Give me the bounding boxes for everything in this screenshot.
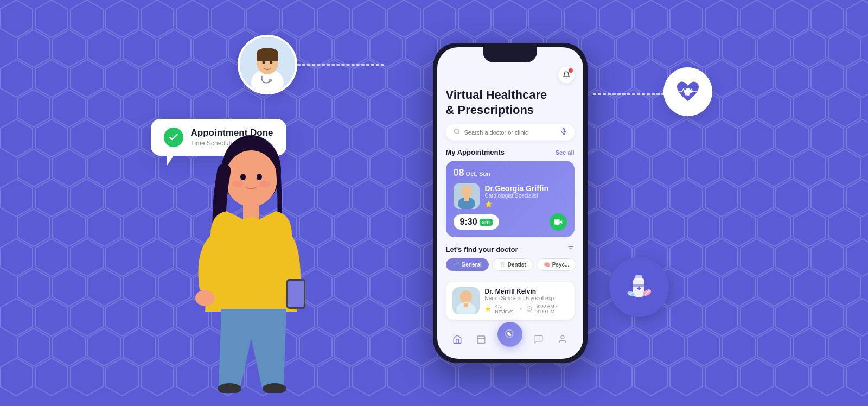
svg-rect-37 (464, 303, 468, 307)
general-icon: 🩺 (453, 262, 459, 268)
notification-dot (569, 68, 573, 73)
doctor-list-meta: ⭐ 4.5 Reviews 🕐 9:00 AM - 3:00 PM (485, 303, 568, 314)
svg-rect-47 (635, 275, 642, 280)
svg-rect-20 (288, 281, 304, 307)
category-general[interactable]: 🩺 General (446, 258, 489, 271)
doctor-name: Dr.Georgia Griffin (485, 184, 567, 193)
svg-point-17 (195, 290, 215, 306)
phone-notch (483, 47, 537, 62)
svg-rect-38 (477, 336, 485, 344)
svg-point-12 (240, 174, 246, 180)
svg-point-15 (259, 181, 270, 187)
find-doctor-title: Let's find your doctor (446, 245, 518, 253)
bottom-navigation (446, 326, 575, 350)
left-illustration-area: Appointment Done Time Schedule : 9:30 AM (118, 13, 422, 393)
my-appointments-header: My Appointments See all (446, 148, 575, 156)
svg-point-7 (262, 61, 265, 64)
nav-calendar[interactable] (474, 332, 489, 347)
category-dentist[interactable]: 🦷 Dentist (492, 258, 533, 271)
right-decoration-area (598, 13, 750, 393)
person-illustration (173, 127, 330, 393)
appointment-time-badge: 9:30 am (454, 214, 499, 230)
doctor-photo (454, 183, 480, 209)
search-icon (454, 128, 460, 136)
doctor-list-avatar (452, 287, 480, 314)
appointment-phone-card: 08 Oct, Sun (446, 161, 575, 237)
svg-point-35 (460, 290, 472, 303)
svg-rect-30 (554, 219, 559, 224)
nav-home[interactable] (450, 332, 465, 347)
svg-point-9 (269, 79, 272, 82)
svg-rect-6 (257, 53, 278, 61)
svg-point-43 (561, 335, 564, 339)
svg-point-8 (270, 61, 272, 64)
hero-title: Virtual Healthcare & Prescriptions (446, 87, 575, 117)
nav-profile[interactable] (555, 332, 570, 347)
doctor-avatar-circle (238, 35, 297, 94)
svg-point-14 (232, 181, 243, 187)
find-doctor-section: Let's find your doctor (446, 245, 575, 276)
phone-mockup: Virtual Healthcare & Prescriptions (433, 43, 588, 363)
my-appointments-label: My Appointments (446, 148, 505, 156)
video-call-button[interactable] (550, 213, 567, 231)
svg-point-11 (225, 150, 277, 207)
see-all-link[interactable]: See all (556, 149, 575, 156)
nav-chat[interactable] (531, 332, 546, 347)
doctor-rating: ⭐ (485, 201, 567, 208)
nav-fab-pill[interactable] (497, 322, 522, 347)
svg-rect-48 (633, 284, 644, 287)
appointment-date: 08 Oct, Sun (454, 167, 567, 179)
category-tabs: 🩺 General 🦷 Dentist 🧠 Psyc... (446, 258, 575, 271)
svg-rect-50 (639, 286, 640, 290)
star-icon: ⭐ (485, 306, 491, 312)
svg-point-13 (257, 174, 262, 180)
notification-button[interactable] (558, 67, 575, 83)
doctor-list-card[interactable]: Dr. Merrill Kelvin Neuro Surgeon | 6 yrs… (446, 282, 575, 320)
doctor-list-name: Dr. Merrill Kelvin (485, 288, 568, 295)
svg-rect-42 (507, 332, 512, 337)
filter-icon[interactable] (567, 245, 575, 254)
medicine-bottle-circle (609, 257, 669, 317)
search-bar[interactable] (446, 124, 575, 141)
dashed-line-doctor (297, 64, 384, 66)
search-input[interactable] (464, 129, 556, 136)
svg-point-23 (454, 129, 458, 134)
doctor-list-spec: Neuro Surgeon | 6 yrs of exp. (485, 295, 568, 301)
svg-rect-29 (464, 197, 469, 201)
svg-point-27 (461, 186, 472, 198)
microphone-icon[interactable] (560, 128, 567, 136)
category-psyc[interactable]: 🧠 Psyc... (537, 258, 577, 271)
doctor-specialty: Cardiologist Specialist (485, 193, 567, 199)
dashed-line-right (593, 93, 674, 95)
clock-icon: 🕐 (526, 306, 532, 312)
dentist-icon: 🦷 (499, 262, 506, 268)
psyc-icon: 🧠 (544, 262, 550, 268)
heart-pulse-circle (663, 67, 712, 116)
